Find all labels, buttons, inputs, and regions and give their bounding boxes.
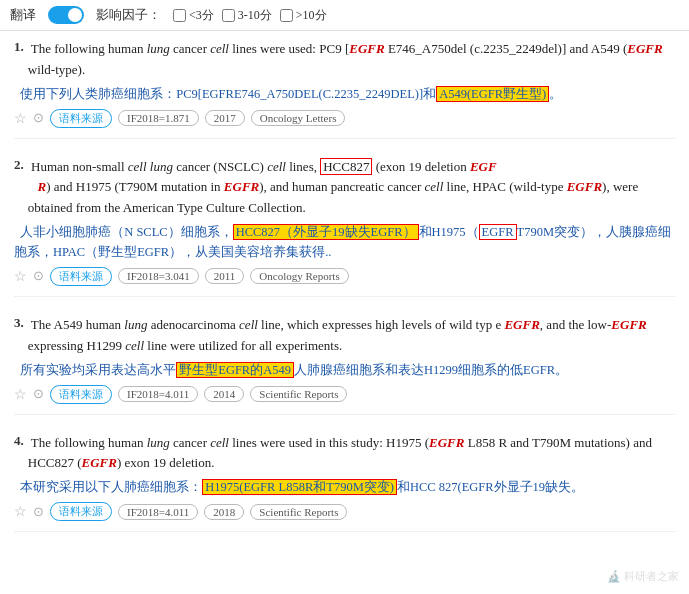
top-bar: 翻译 影响因子： <3分 3-10分 >10分	[0, 0, 689, 31]
year-tag-1[interactable]: 2017	[205, 110, 245, 126]
cell-italic-2b: cell	[267, 159, 286, 174]
highlight-2: HCC827（外显子19缺失EGFR）	[233, 224, 419, 240]
refresh-1[interactable]: ⊙	[33, 110, 44, 126]
egfr-4: EGFR	[224, 179, 259, 194]
lung-italic-2: lung	[150, 159, 173, 174]
source-tag-3[interactable]: 语料来源	[50, 385, 112, 404]
journal-tag-2[interactable]: Oncology Reports	[250, 268, 348, 284]
filter-more10[interactable]: >10分	[280, 7, 327, 24]
if-tag-2[interactable]: IF2018=3.041	[118, 268, 199, 284]
impact-label: 影响因子：	[96, 6, 161, 24]
cell-italic-1: cell	[210, 41, 229, 56]
lung-italic-1: lung	[147, 41, 170, 56]
highlight-4: H1975(EGFR L858R和T790M突变)	[202, 479, 397, 495]
egfr-6: EGFR	[504, 317, 539, 332]
filter-3to10[interactable]: 3-10分	[222, 7, 272, 24]
cell-italic-2: cell	[128, 159, 147, 174]
result-2-num: 2.	[14, 157, 24, 222]
result-2-en-row: 2. Human non-small cell lung cancer (NSC…	[14, 157, 675, 222]
watermark-icon: 🔬	[607, 570, 621, 582]
result-3-meta: ☆ ⊙ 语料来源 IF2018=4.011 2014 Scientific Re…	[14, 385, 675, 404]
cell-italic-4: cell	[210, 435, 229, 450]
filter-less3-label: <3分	[189, 7, 214, 24]
result-1: 1. The following human lung cancer cell …	[14, 39, 675, 139]
year-tag-3[interactable]: 2014	[204, 386, 244, 402]
refresh-2[interactable]: ⊙	[33, 268, 44, 284]
egfr-2: EGFR	[627, 41, 662, 56]
result-4: 4. The following human lung cancer cell …	[14, 433, 675, 533]
star-3[interactable]: ☆	[14, 386, 27, 403]
egfr-8: EGFR	[429, 435, 464, 450]
year-tag-2[interactable]: 2011	[205, 268, 245, 284]
cell-italic-3b: cell	[125, 338, 144, 353]
filter-more10-label: >10分	[296, 7, 327, 24]
filter-less3[interactable]: <3分	[173, 7, 214, 24]
journal-tag-3[interactable]: Scientific Reports	[250, 386, 347, 402]
result-1-en-row: 1. The following human lung cancer cell …	[14, 39, 675, 84]
result-4-meta: ☆ ⊙ 语料来源 IF2018=4.011 2018 Scientific Re…	[14, 502, 675, 521]
watermark-text: 科研者之家	[624, 570, 679, 582]
journal-tag-4[interactable]: Scientific Reports	[250, 504, 347, 520]
result-1-meta: ☆ ⊙ 语料来源 IF2018=1.871 2017 Oncology Lett…	[14, 109, 675, 128]
result-2-en: Human non-small cell lung cancer (NSCLC)…	[28, 157, 675, 219]
lung-italic-4: lung	[147, 435, 170, 450]
result-2-cn: 人非小细胞肺癌（N SCLC）细胞系，HCC827（外显子19缺失EGFR）和H…	[14, 222, 675, 262]
result-3: 3. The A549 human lung adenocarcinoma ce…	[14, 315, 675, 415]
highlight-1: A549(EGFR野生型)	[436, 86, 549, 102]
if-tag-1[interactable]: IF2018=1.871	[118, 110, 199, 126]
star-4[interactable]: ☆	[14, 503, 27, 520]
hcc827-highlight: HCC827	[320, 158, 372, 175]
result-3-en: The A549 human lung adenocarcinoma cell …	[28, 315, 675, 357]
star-2[interactable]: ☆	[14, 268, 27, 285]
if-tag-3[interactable]: IF2018=4.011	[118, 386, 198, 402]
source-tag-1[interactable]: 语料来源	[50, 109, 112, 128]
toggle-knob	[68, 8, 82, 22]
source-tag-2[interactable]: 语料来源	[50, 267, 112, 286]
result-2-meta: ☆ ⊙ 语料来源 IF2018=3.041 2011 Oncology Repo…	[14, 267, 675, 286]
filter-3to10-label: 3-10分	[238, 7, 272, 24]
egfr-7: EGFR	[611, 317, 646, 332]
result-2: 2. Human non-small cell lung cancer (NSC…	[14, 157, 675, 297]
cell-italic-3: cell	[239, 317, 258, 332]
refresh-4[interactable]: ⊙	[33, 504, 44, 520]
filter-less3-checkbox[interactable]	[173, 9, 186, 22]
filter-3to10-checkbox[interactable]	[222, 9, 235, 22]
year-tag-4[interactable]: 2018	[204, 504, 244, 520]
source-tag-4[interactable]: 语料来源	[50, 502, 112, 521]
result-3-en-row: 3. The A549 human lung adenocarcinoma ce…	[14, 315, 675, 360]
if-tag-4[interactable]: IF2018=4.011	[118, 504, 198, 520]
result-1-cn: 使用下列人类肺癌细胞系：PC9[EGFRE746_A750DEL(C.2235_…	[14, 84, 675, 104]
result-1-en: The following human lung cancer cell lin…	[28, 39, 675, 81]
egfr-5: EGFR	[567, 179, 602, 194]
result-4-en: The following human lung cancer cell lin…	[28, 433, 675, 475]
journal-tag-1[interactable]: Oncology Letters	[251, 110, 346, 126]
watermark: 🔬 科研者之家	[607, 569, 679, 584]
translate-label: 翻译	[10, 6, 36, 24]
result-4-cn: 本研究采用以下人肺癌细胞系：H1975(EGFR L858R和T790M突变)和…	[14, 477, 675, 497]
result-1-num: 1.	[14, 39, 24, 84]
star-1[interactable]: ☆	[14, 110, 27, 127]
highlight-2b: EGFR	[479, 224, 517, 240]
result-4-num: 4.	[14, 433, 24, 478]
result-4-en-row: 4. The following human lung cancer cell …	[14, 433, 675, 478]
translate-toggle[interactable]	[48, 6, 84, 24]
result-3-num: 3.	[14, 315, 24, 360]
lung-italic-3: lung	[124, 317, 147, 332]
cell-italic-2c: cell	[425, 179, 444, 194]
main-content: 1. The following human lung cancer cell …	[0, 31, 689, 560]
filter-more10-checkbox[interactable]	[280, 9, 293, 22]
refresh-3[interactable]: ⊙	[33, 386, 44, 402]
highlight-3: 野生型EGFR的A549	[176, 362, 294, 378]
egfr-1: EGFR	[349, 41, 384, 56]
egfr-9: EGFR	[82, 455, 117, 470]
result-3-cn: 所有实验均采用表达高水平野生型EGFR的A549人肺腺癌细胞系和表达H1299细…	[14, 360, 675, 380]
filter-group: <3分 3-10分 >10分	[173, 7, 327, 24]
